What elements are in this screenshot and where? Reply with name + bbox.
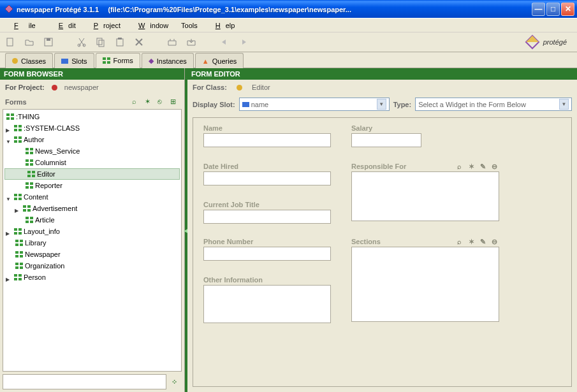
- other-info-area[interactable]: [203, 285, 331, 323]
- svg-rect-67: [20, 255, 23, 258]
- svg-rect-25: [18, 136, 22, 139]
- menu-project[interactable]: Project: [84, 20, 126, 31]
- tree-editor[interactable]: Editor: [4, 168, 180, 180]
- browser-search-button[interactable]: ⁘: [166, 374, 182, 389]
- layout-icon[interactable]: ⊞: [170, 98, 179, 106]
- toolbar: protégé: [0, 32, 577, 52]
- browser-search-input[interactable]: [3, 374, 166, 389]
- field-job-title[interactable]: Current Job Title: [203, 201, 331, 224]
- name-input[interactable]: [203, 133, 331, 147]
- menu-window[interactable]: Window: [128, 20, 173, 31]
- svg-rect-50: [23, 209, 26, 212]
- svg-rect-49: [27, 205, 31, 208]
- svg-rect-30: [26, 152, 29, 154]
- svg-rect-42: [26, 186, 29, 189]
- field-salary[interactable]: Salary: [351, 124, 421, 147]
- tab-queries[interactable]: ▲Queries: [195, 53, 244, 68]
- delete-icon[interactable]: [134, 37, 144, 47]
- svg-rect-69: [20, 263, 23, 265]
- search-icon[interactable]: ⌕: [457, 238, 465, 245]
- tree-organization[interactable]: Organization: [3, 260, 181, 272]
- tree-content[interactable]: Content: [3, 191, 181, 203]
- sections-tools: ⌕✶✎⊖: [457, 238, 499, 245]
- tree-person[interactable]: Person: [3, 272, 181, 283]
- menu-edit[interactable]: Edit: [48, 20, 81, 31]
- phone-input[interactable]: [203, 247, 331, 261]
- paste-icon[interactable]: [115, 37, 125, 47]
- tab-classes[interactable]: Classes: [5, 53, 53, 68]
- close-button[interactable]: ✕: [561, 3, 574, 16]
- tree-library[interactable]: Library: [3, 237, 181, 249]
- remove-icon[interactable]: ⊖: [492, 238, 499, 245]
- customize-icon[interactable]: ✶: [145, 98, 154, 106]
- tab-bar: Classes Slots Forms ◆Instances ▲Queries: [0, 52, 577, 68]
- field-other-info[interactable]: Other Information: [203, 276, 331, 323]
- tree-newspaper[interactable]: Newspaper: [3, 249, 181, 260]
- menu-help[interactable]: Help: [205, 20, 240, 31]
- tab-instances[interactable]: ◆Instances: [142, 53, 194, 68]
- remove-icon[interactable]: ⎋: [157, 98, 166, 106]
- date-hired-input[interactable]: [203, 171, 331, 185]
- form-canvas[interactable]: Name Salary Date Hired Responsible For ⌕…: [193, 117, 572, 387]
- responsible-for-list[interactable]: [351, 171, 499, 221]
- tree-layout-info[interactable]: Layout_info: [3, 226, 181, 237]
- svg-point-4: [78, 44, 80, 47]
- field-responsible-for[interactable]: Responsible For ⌕✶✎⊖: [351, 163, 499, 221]
- svg-rect-52: [26, 217, 29, 219]
- archive-icon[interactable]: [167, 37, 177, 47]
- type-dropdown[interactable]: Select a Widget in the Form Below ▼: [415, 98, 572, 111]
- star-icon[interactable]: ✶: [469, 238, 476, 245]
- svg-rect-32: [26, 159, 29, 162]
- tab-slots[interactable]: Slots: [54, 53, 94, 68]
- sections-list[interactable]: [351, 247, 499, 322]
- open-icon[interactable]: [24, 37, 34, 47]
- svg-rect-36: [27, 171, 31, 173]
- star-icon[interactable]: ✶: [469, 163, 476, 170]
- tree-author[interactable]: Author: [3, 134, 181, 145]
- svg-rect-7: [99, 40, 104, 47]
- forms-tree[interactable]: :THING :SYSTEM-CLASS Author News_Service…: [3, 109, 182, 372]
- tree-columnist[interactable]: Columnist: [3, 157, 181, 168]
- salary-input[interactable]: [351, 133, 421, 147]
- field-date-hired[interactable]: Date Hired: [203, 163, 331, 185]
- tree-thing[interactable]: :THING: [3, 111, 181, 122]
- remove-icon[interactable]: ⊖: [492, 163, 499, 170]
- svg-rect-45: [18, 194, 22, 196]
- svg-rect-8: [117, 39, 123, 46]
- display-slot-dropdown[interactable]: name ▼: [239, 98, 390, 111]
- svg-rect-15: [107, 61, 110, 64]
- svg-rect-59: [18, 232, 22, 235]
- save-icon[interactable]: [43, 37, 54, 47]
- maximize-button[interactable]: □: [546, 3, 560, 16]
- menu-tools[interactable]: Tools: [176, 20, 203, 31]
- svg-marker-0: [5, 5, 13, 13]
- svg-rect-35: [30, 163, 33, 166]
- job-title-input[interactable]: [203, 210, 331, 224]
- tree-system-class[interactable]: :SYSTEM-CLASS: [3, 122, 181, 134]
- edit-icon[interactable]: ✎: [480, 163, 488, 170]
- copy-icon[interactable]: [96, 37, 106, 47]
- new-icon[interactable]: [5, 37, 15, 47]
- field-phone[interactable]: Phone Number: [203, 238, 331, 261]
- tree-reporter[interactable]: Reporter: [3, 180, 181, 191]
- svg-rect-21: [18, 125, 22, 127]
- type-label: Type:: [393, 101, 412, 108]
- search-icon[interactable]: ⌕: [457, 163, 465, 170]
- edit-icon[interactable]: ✎: [480, 238, 488, 245]
- cut-icon[interactable]: [77, 37, 87, 47]
- tree-news-service[interactable]: News_Service: [3, 145, 181, 157]
- tree-advertisement[interactable]: Advertisement: [3, 203, 181, 214]
- menu-file[interactable]: File: [4, 20, 46, 31]
- svg-rect-6: [97, 38, 102, 45]
- field-name[interactable]: Name: [203, 124, 331, 147]
- undo-icon[interactable]: [219, 37, 230, 47]
- field-sections[interactable]: Sections ⌕✶✎⊖: [351, 238, 499, 322]
- tab-forms[interactable]: Forms: [96, 53, 140, 68]
- svg-rect-72: [14, 274, 17, 277]
- archive2-icon[interactable]: [186, 37, 196, 47]
- tree-article[interactable]: Article: [3, 214, 181, 226]
- svg-rect-23: [18, 129, 22, 131]
- redo-icon[interactable]: [238, 37, 249, 47]
- search-icon[interactable]: ⌕: [132, 98, 141, 106]
- minimize-button[interactable]: —: [532, 3, 545, 16]
